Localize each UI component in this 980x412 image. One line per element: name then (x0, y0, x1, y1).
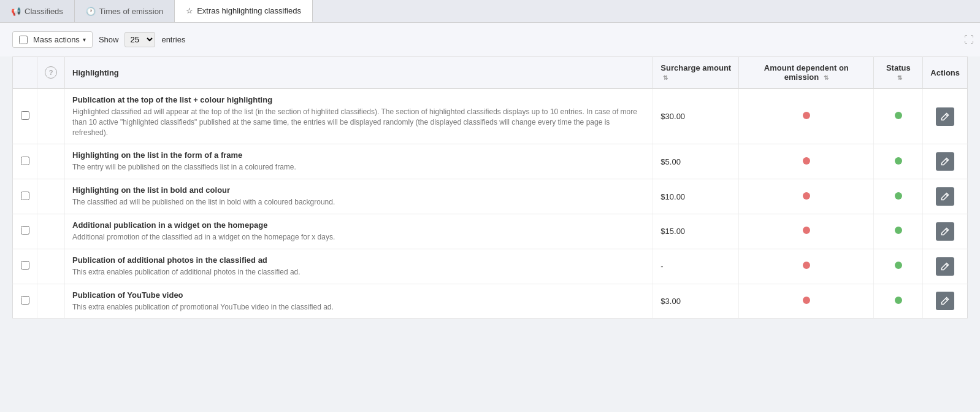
mass-actions-checkbox[interactable] (19, 36, 28, 44)
row-status-3 (874, 179, 923, 214)
row-title-4: Additional publication in a widget on th… (72, 220, 645, 230)
edit-button-2[interactable] (936, 152, 954, 171)
col-amount-dep-header[interactable]: Amount dependent on emission ⇅ (739, 57, 874, 89)
sort-status-icon: ⇅ (897, 74, 902, 81)
row-checkbox-cell (13, 214, 37, 249)
table-body: Publication at the top of the list + col… (13, 88, 968, 319)
row-checkbox-6[interactable] (21, 296, 29, 305)
row-title-6: Publication of YouTube video (72, 290, 645, 300)
edit-button-4[interactable] (936, 222, 954, 241)
star-icon: ☆ (186, 6, 193, 15)
row-checkbox-cell (13, 284, 37, 319)
help-icon[interactable]: ? (45, 66, 57, 79)
row-amount-dep-4 (739, 214, 874, 249)
row-status-1 (874, 88, 923, 144)
amount-dep-dot-6 (803, 297, 810, 304)
row-help-cell (37, 214, 65, 249)
row-checkbox-cell (13, 179, 37, 214)
row-title-2: Highlighting on the list in the form of … (72, 150, 645, 160)
status-dot-5 (895, 262, 902, 269)
row-surcharge-2: $5.00 (653, 144, 739, 179)
row-title-1: Publication at the top of the list + col… (72, 95, 645, 104)
table-header-row: ? Highlighting Surcharge amount ⇅ Amount… (13, 57, 968, 89)
mass-actions-button[interactable]: Mass actions ▾ (12, 31, 93, 48)
table-row: Additional publication in a widget on th… (13, 214, 968, 249)
row-amount-dep-1 (739, 88, 874, 144)
row-desc-2: The entry will be published on the class… (72, 162, 645, 173)
edit-button-5[interactable] (936, 257, 954, 276)
col-surcharge-header[interactable]: Surcharge amount ⇅ (653, 57, 739, 89)
row-amount-dep-5 (739, 249, 874, 284)
fullscreen-icon[interactable]: ⛶ (964, 34, 974, 45)
row-highlighting-cell: Publication at the top of the list + col… (65, 88, 653, 144)
table-row: Publication of YouTube video This extra … (13, 284, 968, 319)
status-dot-6 (895, 297, 902, 304)
row-surcharge-5: - (653, 249, 739, 284)
row-surcharge-3: $10.00 (653, 179, 739, 214)
show-label: Show (99, 35, 119, 44)
amount-dep-dot-1 (803, 112, 810, 119)
row-surcharge-1: $30.00 (653, 88, 739, 144)
row-actions-3 (923, 179, 968, 214)
row-highlighting-cell: Highlighting on the list in bold and col… (65, 179, 653, 214)
row-desc-3: The classified ad will be published on t… (72, 197, 645, 208)
row-status-4 (874, 214, 923, 249)
edit-button-6[interactable] (936, 292, 954, 310)
row-checkbox-cell (13, 144, 37, 179)
edit-button-3[interactable] (936, 187, 954, 206)
row-desc-4: Additional promotion of the classified a… (72, 232, 645, 243)
col-status-header[interactable]: Status ⇅ (874, 57, 923, 89)
tab-times-label: Times of emission (99, 7, 163, 16)
col-actions-header: Actions (923, 57, 968, 89)
row-actions-5 (923, 249, 968, 284)
row-checkbox-4[interactable] (21, 226, 29, 235)
row-amount-dep-3 (739, 179, 874, 214)
tab-bar: 📢 Classifieds 🕐 Times of emission ☆ Extr… (0, 0, 980, 23)
row-help-cell (37, 249, 65, 284)
row-status-5 (874, 249, 923, 284)
classifieds-icon: 📢 (11, 7, 21, 16)
sort-amount-icon: ⇅ (824, 74, 829, 81)
row-desc-5: This extra enables publication of additi… (72, 267, 645, 278)
tab-times-of-emission[interactable]: 🕐 Times of emission (75, 0, 175, 22)
row-actions-1 (923, 88, 968, 144)
row-amount-dep-6 (739, 284, 874, 319)
entries-label: entries (161, 35, 185, 44)
toolbar: Mass actions ▾ Show 25 50 100 entries (0, 23, 980, 56)
row-actions-6 (923, 284, 968, 319)
status-dot-3 (895, 192, 902, 200)
row-status-2 (874, 144, 923, 179)
row-checkbox-5[interactable] (21, 261, 29, 270)
edit-button-1[interactable] (936, 107, 954, 126)
highlighting-table: ? Highlighting Surcharge amount ⇅ Amount… (12, 56, 968, 319)
status-dot-1 (895, 112, 902, 119)
row-actions-2 (923, 144, 968, 179)
row-highlighting-cell: Publication of YouTube video This extra … (65, 284, 653, 319)
amount-dep-dot-2 (803, 157, 810, 165)
row-surcharge-4: $15.00 (653, 214, 739, 249)
table-container: ? Highlighting Surcharge amount ⇅ Amount… (0, 56, 980, 331)
table-row: Publication of additional photos in the … (13, 249, 968, 284)
row-highlighting-cell: Highlighting on the list in the form of … (65, 144, 653, 179)
amount-dep-dot-4 (803, 227, 810, 234)
row-checkbox-1[interactable] (21, 111, 29, 120)
col-highlighting-header: Highlighting (65, 57, 653, 89)
row-title-3: Highlighting on the list in bold and col… (72, 185, 645, 195)
tab-classifieds-label: Classifieds (25, 7, 63, 16)
row-help-cell (37, 88, 65, 144)
row-title-5: Publication of additional photos in the … (72, 255, 645, 265)
row-checkbox-2[interactable] (21, 157, 29, 165)
amount-dep-dot-3 (803, 192, 810, 200)
row-help-cell (37, 179, 65, 214)
table-row: Publication at the top of the list + col… (13, 88, 968, 144)
status-dot-4 (895, 227, 902, 234)
entries-select[interactable]: 25 50 100 (124, 32, 155, 47)
table-row: Highlighting on the list in the form of … (13, 144, 968, 179)
col-help-header: ? (37, 57, 65, 89)
row-checkbox-3[interactable] (21, 192, 29, 200)
tab-extras-highlighting[interactable]: ☆ Extras highlighting classifieds (175, 0, 313, 22)
row-surcharge-6: $3.00 (653, 284, 739, 319)
col-checkbox-header (13, 57, 37, 89)
row-highlighting-cell: Publication of additional photos in the … (65, 249, 653, 284)
tab-classifieds[interactable]: 📢 Classifieds (0, 0, 75, 22)
